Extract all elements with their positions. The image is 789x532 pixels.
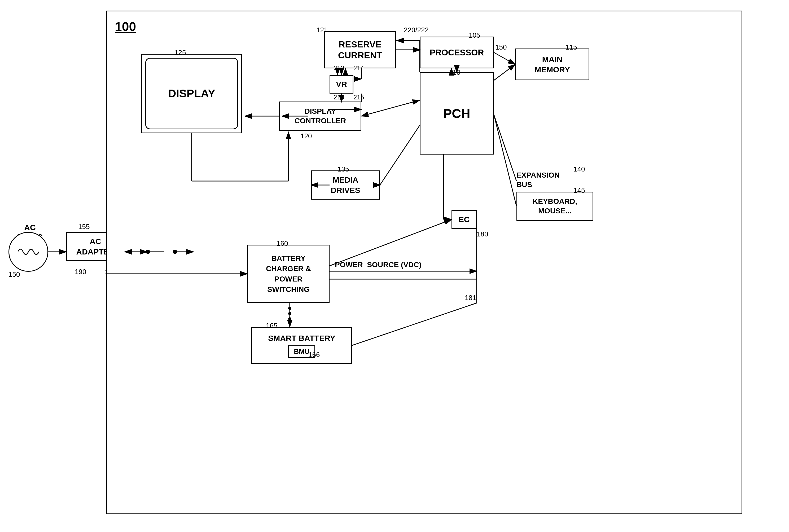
svg-point-39 — [288, 312, 292, 315]
vr-block: VR — [330, 75, 353, 94]
svg-line-19 — [361, 100, 420, 116]
ref-115: 115 — [565, 43, 577, 52]
ref-214: 214 — [353, 64, 364, 72]
svg-line-22 — [494, 53, 515, 64]
ref-120: 120 — [300, 132, 312, 140]
ref-166: 166 — [308, 351, 320, 359]
ref-145: 145 — [574, 186, 585, 194]
ref-215: 215 — [353, 94, 364, 101]
smart-battery-block: SMART BATTERY BMU — [251, 327, 352, 364]
ref-135: 135 — [338, 165, 349, 173]
battery-charger-block: BATTERYCHARGER &POWERSWITCHING — [247, 245, 330, 303]
power-source-label: POWER_SOURCE (VDC) — [335, 261, 421, 269]
main-memory-block: MAINMEMORY — [515, 49, 589, 80]
ac-mains-circle — [8, 232, 48, 272]
processor-block: PROCESSOR — [420, 37, 494, 69]
ref-181: 181 — [465, 294, 476, 302]
ref-125: 125 — [174, 49, 186, 57]
ref-190: 190 — [75, 268, 86, 276]
svg-line-23 — [494, 64, 515, 80]
display-block: DISPLAY — [141, 54, 242, 133]
ref-140: 140 — [574, 165, 585, 173]
ref-105: 105 — [469, 31, 480, 39]
ref-150-top: 150 — [495, 43, 507, 52]
svg-point-38 — [288, 307, 292, 310]
ref-165: 165 — [266, 322, 277, 330]
ec-block: EC — [451, 210, 477, 229]
keyboard-mouse-block: KEYBOARD,MOUSE... — [516, 192, 593, 221]
display-controller-block: DISPLAYCONTROLLER — [279, 101, 361, 131]
ref-213: 213 — [334, 94, 344, 101]
ref-212: 212 — [334, 64, 344, 72]
svg-line-41 — [352, 303, 477, 345]
media-drives-block: MEDIADRIVES — [311, 170, 380, 200]
ref-155: 155 — [78, 223, 90, 231]
svg-line-30 — [494, 115, 516, 206]
ref-180: 180 — [477, 230, 488, 238]
ref-121: 121 — [316, 26, 328, 34]
svg-line-24 — [380, 126, 420, 185]
expansion-bus-label: EXPANSIONBUS — [516, 170, 560, 190]
pch-block: PCH — [420, 72, 494, 154]
ref-220-222: 220/222 — [404, 26, 429, 34]
svg-line-31 — [330, 220, 451, 266]
ref-150-bot: 150 — [8, 270, 20, 279]
svg-point-40 — [288, 317, 292, 321]
ref-110: 110 — [449, 69, 460, 77]
ref-160: 160 — [277, 239, 288, 248]
main-diagram-box: 100 RESERVECURRENT 121 220/222 VR 212 21… — [106, 11, 743, 514]
svg-line-29 — [494, 115, 516, 181]
reserve-current-block: RESERVECURRENT — [324, 31, 396, 69]
diagram-title: 100 — [115, 19, 136, 34]
